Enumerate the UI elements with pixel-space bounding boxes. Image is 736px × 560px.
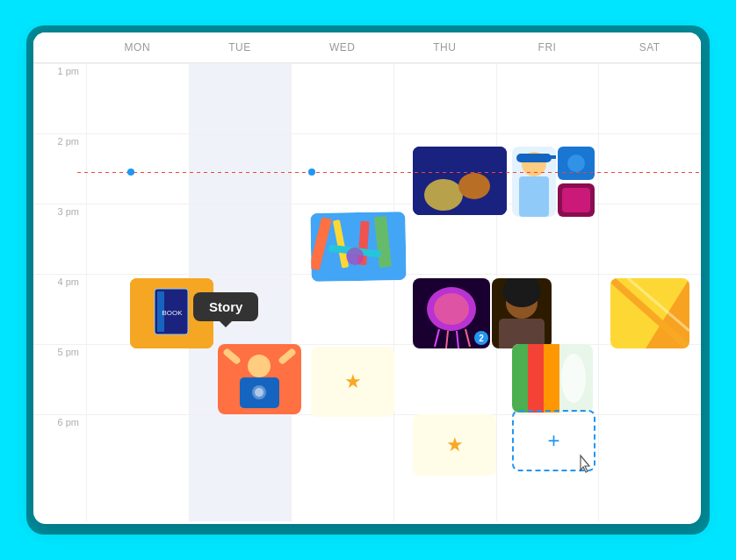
svg-rect-15 bbox=[413, 147, 507, 215]
fri-pink-svg bbox=[558, 183, 595, 217]
svg-rect-46 bbox=[528, 344, 544, 413]
header-thu: THU bbox=[393, 32, 496, 62]
blue-dot-mon bbox=[127, 169, 134, 176]
event-fri-pink-bottom[interactable] bbox=[558, 183, 595, 217]
svg-rect-20 bbox=[547, 155, 556, 159]
tue-person-svg bbox=[218, 344, 301, 414]
header-fri: FRI bbox=[496, 32, 599, 62]
cursor-icon bbox=[576, 454, 594, 479]
star-icon-wed: ★ bbox=[344, 370, 362, 393]
sat-1pm[interactable] bbox=[599, 63, 701, 133]
event-thu-star[interactable]: ★ bbox=[413, 414, 496, 476]
person-svg bbox=[512, 147, 556, 217]
header-mon: MON bbox=[86, 32, 189, 62]
thu-1pm[interactable] bbox=[394, 63, 496, 133]
thu-5pm[interactable] bbox=[394, 344, 496, 414]
svg-rect-45 bbox=[512, 344, 528, 413]
story-tooltip: Story bbox=[193, 292, 258, 321]
mon-2pm[interactable] bbox=[87, 133, 189, 204]
svg-rect-18 bbox=[519, 176, 549, 217]
outer-container: MON TUE WED THU FRI SAT 1 pm 2 pm 3 pm 4… bbox=[26, 25, 710, 535]
svg-rect-19 bbox=[516, 154, 552, 162]
header-sat: SAT bbox=[598, 32, 701, 62]
event-fri-person[interactable] bbox=[512, 147, 556, 217]
time-2pm: 2 pm bbox=[33, 133, 86, 204]
tue-2pm[interactable] bbox=[190, 133, 292, 204]
wed-1pm[interactable] bbox=[292, 63, 393, 133]
event-wed-star[interactable]: ★ bbox=[311, 347, 394, 417]
time-5pm: 5 pm bbox=[33, 344, 86, 414]
time-column: 1 pm 2 pm 3 pm 4 pm 5 pm 6 pm bbox=[33, 63, 86, 521]
star-icon-thu: ★ bbox=[446, 434, 464, 456]
calendar: MON TUE WED THU FRI SAT 1 pm 2 pm 3 pm 4… bbox=[33, 32, 701, 524]
current-time-line bbox=[77, 172, 701, 173]
add-icon[interactable]: + bbox=[547, 428, 559, 453]
badge-2: 2 bbox=[474, 331, 488, 345]
header-wed: WED bbox=[291, 32, 393, 62]
sat-2pm[interactable] bbox=[599, 133, 701, 204]
thu-photo-svg bbox=[413, 147, 507, 215]
event-thu-photo[interactable] bbox=[413, 147, 507, 215]
portrait-svg bbox=[492, 278, 552, 348]
event-sat-yellow[interactable] bbox=[610, 278, 689, 348]
mon-5pm[interactable] bbox=[87, 344, 189, 414]
time-6pm: 6 pm bbox=[33, 414, 86, 485]
time-4pm: 4 pm bbox=[33, 274, 86, 344]
time-1pm: 1 pm bbox=[33, 63, 86, 133]
event-fri-blue-top[interactable] bbox=[558, 147, 595, 180]
wed-6pm[interactable] bbox=[292, 414, 393, 485]
tue-6pm[interactable] bbox=[190, 414, 292, 485]
sat-yellow-svg bbox=[610, 278, 689, 348]
sat-5pm[interactable] bbox=[599, 344, 701, 414]
sat-6pm[interactable] bbox=[599, 414, 701, 485]
mon-3pm[interactable] bbox=[87, 204, 189, 274]
cursor-svg bbox=[576, 454, 594, 475]
blue-dot-wed bbox=[308, 169, 315, 176]
wed-2pm[interactable] bbox=[292, 133, 393, 204]
svg-point-49 bbox=[561, 354, 586, 403]
calendar-header: MON TUE WED THU FRI SAT bbox=[33, 32, 701, 63]
fri-1pm[interactable] bbox=[497, 63, 599, 133]
stationery-svg bbox=[310, 212, 406, 282]
event-tue-person[interactable] bbox=[218, 344, 301, 414]
svg-point-31 bbox=[255, 388, 263, 397]
col-wed bbox=[291, 63, 393, 521]
event-wed-colorful[interactable] bbox=[310, 212, 406, 282]
svg-rect-24 bbox=[562, 188, 590, 212]
time-header bbox=[33, 32, 86, 62]
svg-point-22 bbox=[567, 154, 585, 172]
tue-1pm[interactable] bbox=[190, 63, 292, 133]
event-fri-striped[interactable] bbox=[512, 344, 593, 413]
mon-6pm[interactable] bbox=[87, 414, 189, 485]
tue-3pm[interactable] bbox=[190, 204, 292, 274]
header-tue: TUE bbox=[189, 32, 292, 62]
striped-svg bbox=[512, 344, 593, 413]
sat-3pm[interactable] bbox=[599, 204, 701, 274]
fri-blue-svg bbox=[558, 147, 595, 180]
event-thu-portrait[interactable] bbox=[492, 278, 552, 348]
svg-point-26 bbox=[248, 355, 271, 377]
wed-4pm[interactable] bbox=[292, 274, 393, 344]
svg-text:BOOK: BOOK bbox=[162, 309, 183, 317]
tooltip-label: Story bbox=[209, 299, 242, 314]
svg-point-34 bbox=[434, 293, 469, 325]
time-3pm: 3 pm bbox=[33, 204, 86, 274]
svg-rect-47 bbox=[544, 344, 559, 413]
mon-1pm[interactable] bbox=[87, 63, 189, 133]
